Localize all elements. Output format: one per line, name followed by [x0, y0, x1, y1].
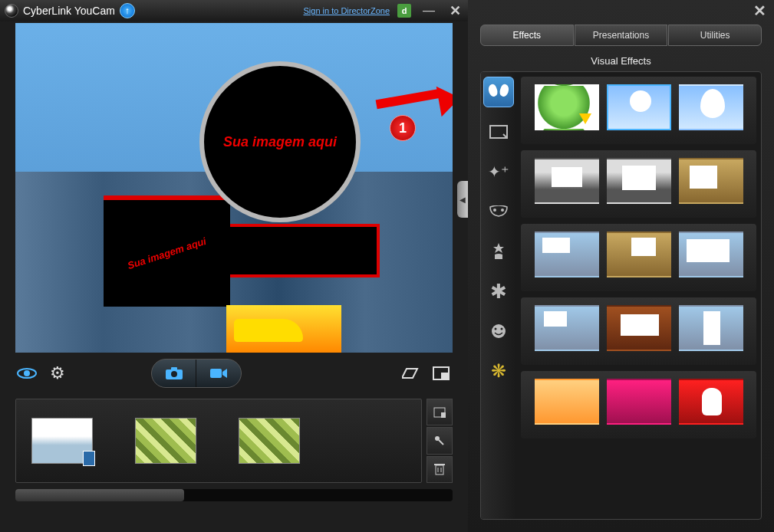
svg-point-1	[24, 370, 30, 376]
section-title: Visual Effects	[468, 49, 774, 71]
effect-thumb[interactable]	[535, 232, 599, 277]
svg-point-20	[501, 328, 503, 330]
controls-bar: ⚙	[0, 356, 468, 391]
gallery-actions	[427, 399, 453, 483]
svg-rect-9	[441, 412, 446, 418]
panel-tabs: Effects Presentations Utilities	[480, 25, 762, 46]
erase-icon	[402, 367, 419, 379]
effects-row	[521, 77, 756, 144]
gear-icon: ⚙	[50, 363, 65, 383]
mask-icon	[489, 205, 509, 218]
effect-thumb[interactable]	[607, 232, 671, 277]
app-icon	[5, 4, 18, 18]
pip-icon	[433, 366, 450, 380]
category-emotions[interactable]	[483, 236, 514, 267]
tab-presentations[interactable]: Presentations	[575, 25, 668, 46]
effect-thumb[interactable]	[679, 84, 743, 130]
effect-thumb[interactable]	[535, 379, 599, 425]
splat-icon: ✱	[490, 280, 507, 304]
category-gadgets[interactable]: ✱	[483, 276, 514, 307]
effect-thumb[interactable]	[535, 158, 599, 204]
effect-thumb[interactable]	[535, 305, 599, 351]
category-frames[interactable]	[483, 117, 514, 147]
gallery-thumb[interactable]	[239, 418, 300, 464]
share-button[interactable]	[427, 427, 453, 454]
effects-row	[521, 297, 756, 365]
effect-thumb[interactable]	[679, 158, 743, 204]
svg-point-18	[492, 324, 506, 338]
svg-rect-3	[171, 367, 177, 370]
effects-row	[521, 371, 756, 438]
effect-thumb[interactable]	[679, 379, 743, 425]
app-title: CyberLink YouCam	[23, 5, 115, 17]
panel-close-button[interactable]: ✕	[751, 4, 768, 18]
category-sidebar: ✦⁺ ✱ ❋	[481, 72, 516, 519]
panel-expand-tab[interactable]: ◀	[457, 181, 468, 218]
effect-thumb[interactable]	[607, 84, 671, 130]
overlay-placeholder-text-1: Sua imagem aqui	[223, 134, 337, 150]
svg-point-19	[495, 328, 497, 330]
svg-rect-11	[436, 465, 443, 475]
video-badge-icon	[83, 451, 95, 466]
close-button[interactable]: ✕	[446, 4, 463, 18]
erase-button[interactable]	[399, 364, 422, 383]
effect-thumb[interactable]	[607, 379, 671, 425]
flower-icon: ❋	[491, 360, 506, 382]
overlay-placeholder-text-2: Sua imagem aqui	[126, 235, 207, 271]
delete-button[interactable]	[427, 456, 453, 483]
import-button[interactable]	[427, 399, 453, 425]
tab-utilities[interactable]: Utilities	[668, 25, 762, 46]
main-window: CyberLink YouCam ↑ Sign in to DirectorZo…	[0, 0, 468, 532]
scrollbar-thumb[interactable]	[15, 489, 184, 501]
eye-icon	[17, 366, 37, 380]
directorzone-icon[interactable]: d	[397, 4, 411, 18]
effects-grid[interactable]	[516, 72, 761, 519]
scene-billboard-rect2	[226, 224, 380, 277]
scene-car-billboard	[226, 305, 341, 353]
upload-icon: ↑	[125, 5, 130, 16]
frame-icon	[489, 125, 508, 139]
preview-toggle-button[interactable]	[15, 364, 38, 383]
settings-button[interactable]: ⚙	[46, 364, 69, 383]
webcam-preview: Sua imagem aqui Sua imagem aqui 1	[15, 23, 453, 353]
butterfly-icon	[489, 84, 509, 100]
category-scenes[interactable]	[483, 77, 514, 107]
scene-billboard-circle: Sua imagem aqui	[199, 61, 361, 222]
svg-rect-5	[210, 369, 222, 378]
svg-rect-7	[441, 373, 448, 379]
video-icon	[209, 367, 228, 379]
signin-link[interactable]: Sign in to DirectorZone	[304, 6, 390, 15]
effect-thumb[interactable]	[679, 305, 743, 351]
camera-icon	[165, 366, 183, 380]
category-avatars[interactable]	[483, 316, 514, 346]
svg-rect-12	[434, 464, 445, 465]
effects-area: ✦⁺ ✱ ❋	[480, 71, 762, 520]
import-icon	[433, 407, 446, 418]
gallery	[15, 399, 453, 483]
pip-button[interactable]	[430, 364, 453, 383]
svg-point-4	[171, 371, 177, 377]
snapshot-button[interactable]	[152, 360, 196, 387]
minimize-button[interactable]: —	[420, 4, 437, 18]
effects-panel: ✕ Effects Presentations Utilities Visual…	[468, 0, 774, 532]
scene-car	[234, 319, 303, 342]
tab-effects[interactable]: Effects	[480, 25, 574, 46]
effect-thumb[interactable]	[679, 232, 743, 277]
category-distortions[interactable]	[483, 196, 514, 227]
upload-button[interactable]: ↑	[120, 3, 135, 18]
record-button[interactable]	[196, 360, 241, 387]
category-particles[interactable]: ❋	[483, 356, 514, 386]
gallery-strip[interactable]	[15, 399, 422, 483]
gallery-thumb[interactable]	[135, 418, 196, 464]
svg-point-16	[493, 209, 496, 212]
scene-billboard-rect: Sua imagem aqui	[104, 195, 230, 307]
effect-thumb[interactable]	[607, 305, 671, 351]
effect-thumb[interactable]	[535, 84, 599, 130]
effects-row	[521, 150, 756, 218]
effect-thumb[interactable]	[607, 158, 671, 204]
gallery-thumb[interactable]	[31, 418, 93, 464]
category-filters[interactable]: ✦⁺	[483, 156, 514, 187]
gallery-scrollbar[interactable]	[15, 489, 453, 501]
annotation-badge: 1	[390, 115, 416, 141]
pin-icon	[434, 435, 445, 446]
